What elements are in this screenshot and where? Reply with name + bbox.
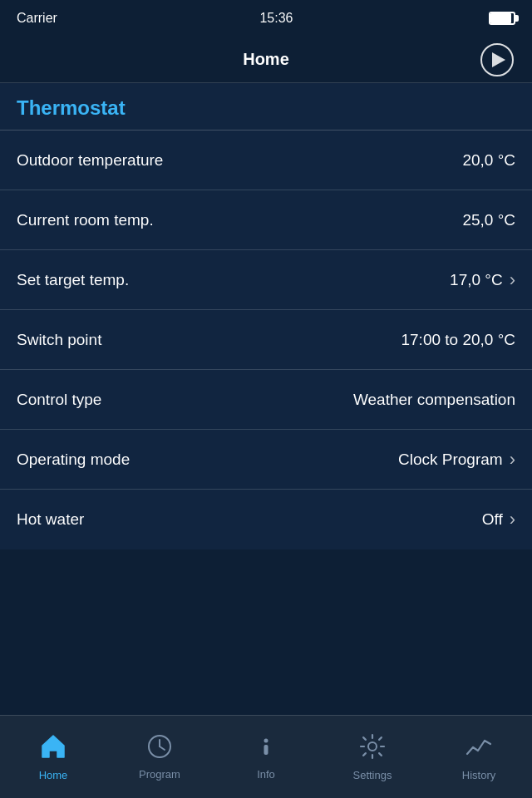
- chevron-icon: ›: [510, 269, 515, 291]
- chevron-icon: ›: [510, 509, 515, 530]
- tab-label-home: Home: [39, 769, 68, 781]
- tab-home[interactable]: Home: [0, 716, 106, 798]
- tab-info[interactable]: Info: [213, 716, 319, 798]
- content: Thermostat Outdoor temperature 20,0 °C C…: [0, 83, 532, 549]
- row-control-type: Control type Weather compensation: [0, 370, 532, 430]
- row-value-switch: 17:00 to 20,0 °C: [401, 331, 515, 349]
- tab-label-info: Info: [257, 768, 275, 781]
- nav-title: Home: [243, 50, 289, 69]
- nav-bar: Home: [0, 37, 532, 83]
- clock-icon: [146, 733, 173, 763]
- row-hot-water[interactable]: Hot water Off ›: [0, 490, 532, 549]
- play-button[interactable]: [479, 42, 515, 78]
- tab-label-program: Program: [139, 768, 180, 781]
- chart-icon: [465, 732, 493, 764]
- row-switch-point: Switch point 17:00 to 20,0 °C: [0, 310, 532, 370]
- chevron-icon: ›: [510, 449, 515, 470]
- row-value-current: 25,0 °C: [462, 211, 515, 229]
- row-outdoor-temp: Outdoor temperature 20,0 °C: [0, 131, 532, 190]
- row-label-outdoor: Outdoor temperature: [17, 151, 163, 170]
- battery-icon: [489, 12, 515, 25]
- row-label-control: Control type: [17, 391, 101, 409]
- row-label-target: Set target temp.: [17, 271, 129, 289]
- carrier-label: Carrier: [17, 11, 57, 26]
- row-label-hotwater: Hot water: [17, 510, 84, 529]
- home-icon: [39, 732, 67, 764]
- row-value-control: Weather compensation: [353, 391, 515, 409]
- time-label: 15:36: [259, 11, 293, 26]
- info-icon: [253, 733, 279, 763]
- row-value-target: 17,0 °C ›: [450, 269, 515, 291]
- svg-line-2: [160, 746, 165, 750]
- row-operating-mode[interactable]: Operating mode Clock Program ›: [0, 430, 532, 490]
- tab-bar: Home Program Info Setti: [0, 715, 532, 798]
- svg-point-5: [368, 742, 377, 751]
- tab-settings[interactable]: Settings: [319, 716, 426, 798]
- tab-program[interactable]: Program: [106, 716, 213, 798]
- tab-history[interactable]: History: [426, 716, 532, 798]
- row-current-temp: Current room temp. 25,0 °C: [0, 190, 532, 250]
- row-target-temp[interactable]: Set target temp. 17,0 °C ›: [0, 250, 532, 310]
- row-value-outdoor: 20,0 °C: [462, 151, 515, 170]
- tab-label-settings: Settings: [353, 769, 392, 781]
- svg-rect-4: [264, 745, 268, 755]
- section-title: Thermostat: [17, 96, 126, 119]
- row-label-switch: Switch point: [17, 331, 101, 349]
- section-header: Thermostat: [0, 83, 532, 131]
- svg-point-3: [264, 739, 268, 743]
- gear-icon: [358, 732, 387, 764]
- row-label-current: Current room temp.: [17, 211, 154, 229]
- row-label-operating: Operating mode: [17, 451, 130, 469]
- status-bar: Carrier 15:36: [0, 0, 532, 37]
- row-value-hotwater: Off ›: [482, 509, 515, 530]
- tab-label-history: History: [462, 769, 495, 781]
- row-value-operating: Clock Program ›: [398, 449, 515, 470]
